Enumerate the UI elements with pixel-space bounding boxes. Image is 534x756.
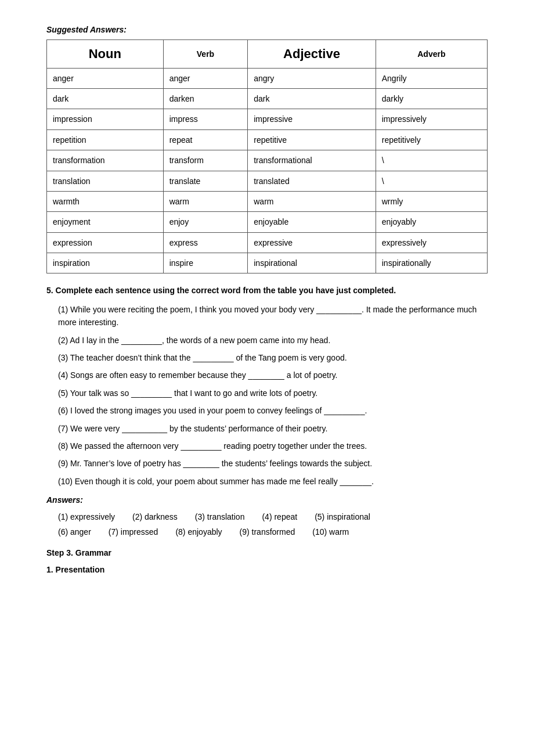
table-cell: transformation: [47, 150, 164, 171]
table-cell: translation: [47, 171, 164, 191]
answer-item: (8) enjoyably: [175, 525, 222, 538]
header-noun: Noun: [47, 40, 164, 68]
sentence-item: (6) I loved the strong images you used i…: [58, 404, 488, 417]
section5-title: 5. Complete each sentence using the corr…: [46, 284, 488, 297]
table-cell: enjoy: [163, 212, 248, 232]
table-cell: Angrily: [376, 68, 487, 88]
table-cell: translated: [248, 171, 376, 191]
table-cell: dark: [47, 88, 164, 109]
sentence-item: (4) Songs are often easy to remember bec…: [58, 369, 488, 381]
table-cell: anger: [47, 68, 164, 88]
header-adjective: Adjective: [248, 40, 376, 68]
table-cell: \: [376, 171, 487, 191]
answer-item: (10) warm: [312, 525, 349, 538]
table-cell: wrmly: [376, 191, 487, 211]
sentence-item: (3) The teacher doesn’t think that the _…: [58, 351, 488, 364]
table-cell: inspiration: [47, 253, 164, 273]
table-cell: impress: [163, 109, 248, 129]
sentence-item: (7) We were very __________ by the stude…: [58, 422, 488, 435]
table-cell: warm: [163, 191, 248, 211]
table-cell: repeat: [163, 129, 248, 150]
table-cell: translate: [163, 171, 248, 191]
table-cell: impressive: [248, 109, 376, 129]
header-adverb: Adverb: [376, 40, 487, 68]
sentences-container: (1) While you were reciting the poem, I …: [46, 303, 488, 488]
answer-item: (2) darkness: [132, 510, 178, 523]
table-cell: expressive: [248, 232, 376, 253]
table-cell: impression: [47, 109, 164, 129]
table-cell: enjoyable: [248, 212, 376, 232]
table-cell: transform: [163, 150, 248, 171]
table-cell: dark: [248, 88, 376, 109]
table-cell: express: [163, 232, 248, 253]
sentence-item: (5) Your talk was so _________ that I wa…: [58, 387, 488, 399]
table-cell: expressively: [376, 232, 487, 253]
answer-item: (4) repeat: [262, 510, 297, 523]
answer-item: (9) transformed: [240, 525, 295, 538]
table-cell: repetitively: [376, 129, 487, 150]
table-cell: darken: [163, 88, 248, 109]
sentence-item: (8) We passed the afternoon very _______…: [58, 440, 488, 452]
sentence-item: (9) Mr. Tanner’s love of poetry has ____…: [58, 457, 488, 470]
answers-label: Answers:: [46, 494, 488, 506]
sentence-item: (10) Even though it is cold, your poem a…: [58, 475, 488, 488]
answer-item: (1) expressively: [58, 510, 115, 523]
answer-item: (3) translation: [195, 510, 245, 523]
word-table: Noun Verb Adjective Adverb angerangerang…: [46, 39, 488, 273]
answers-row2: (6) anger(7) impressed(8) enjoyably(9) t…: [58, 525, 488, 538]
table-cell: warmth: [47, 191, 164, 211]
presentation-title: 1. Presentation: [46, 563, 488, 576]
table-cell: inspire: [163, 253, 248, 273]
table-cell: transformational: [248, 150, 376, 171]
header-verb: Verb: [163, 40, 248, 68]
table-cell: warm: [248, 191, 376, 211]
table-cell: repetitive: [248, 129, 376, 150]
suggested-answers-label: Suggested Answers:: [46, 23, 488, 36]
table-cell: \: [376, 150, 487, 171]
table-cell: enjoyment: [47, 212, 164, 232]
table-cell: impressively: [376, 109, 487, 129]
table-cell: inspirational: [248, 253, 376, 273]
step3-title: Step 3. Grammar: [46, 546, 488, 559]
table-cell: expression: [47, 232, 164, 253]
table-cell: anger: [163, 68, 248, 88]
sentence-item: (1) While you were reciting the poem, I …: [58, 303, 488, 329]
table-cell: darkly: [376, 88, 487, 109]
table-cell: inspirationally: [376, 253, 487, 273]
answers-row1: (1) expressively(2) darkness(3) translat…: [58, 510, 488, 523]
table-cell: repetition: [47, 129, 164, 150]
answer-item: (6) anger: [58, 525, 91, 538]
table-cell: enjoyably: [376, 212, 487, 232]
sentence-item: (2) Ad I lay in the _________, the words…: [58, 334, 488, 347]
table-cell: angry: [248, 68, 376, 88]
answer-item: (5) inspirational: [315, 510, 370, 523]
answer-item: (7) impressed: [109, 525, 158, 538]
